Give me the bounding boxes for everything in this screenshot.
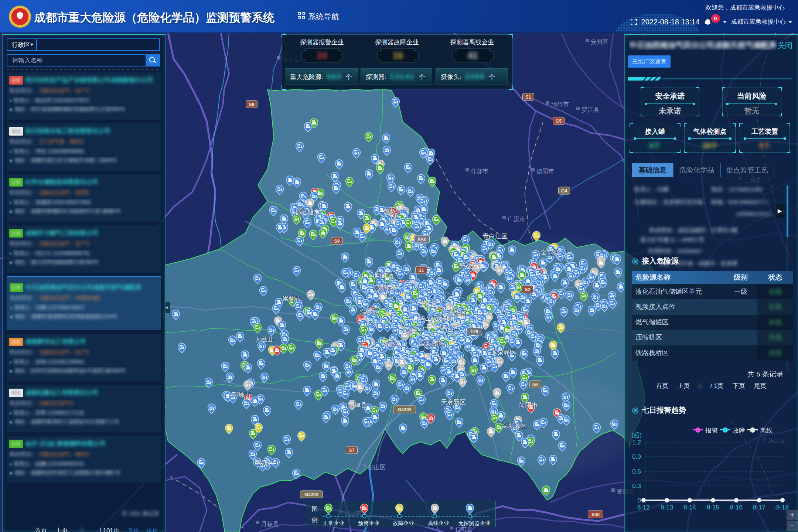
svg-text:成华区: 成华区 [448,309,467,316]
svg-text:金堂县: 金堂县 [540,249,559,256]
svg-text:报警: 报警 [705,427,718,434]
svg-text:彭山区: 彭山区 [368,464,386,470]
svg-text:高新西区: 高新西区 [374,284,399,291]
svg-text:天府新区: 天府新区 [441,399,466,406]
svg-text:锦江区: 锦江区 [439,324,458,331]
svg-text:双流区: 双流区 [382,341,401,348]
svg-text:G4203: G4203 [304,492,318,497]
svg-text:G4202: G4202 [398,407,412,412]
svg-text:S1: S1 [525,95,531,100]
svg-text:S9: S9 [334,239,340,244]
svg-text:S7: S7 [349,448,354,453]
svg-text:郫都区: 郫都区 [375,272,394,279]
svg-text:青白江区: 青白江区 [482,233,508,240]
svg-text:S2: S2 [525,287,530,292]
svg-text:1.2: 1.2 [632,439,641,446]
svg-text:金牛区: 金牛区 [419,301,438,308]
svg-text:(起): (起) [631,432,642,439]
svg-text:龙泉驿区: 龙泉驿区 [491,349,516,356]
svg-text:绵竹市: 绵竹市 [551,101,569,108]
svg-text:8-15: 8-15 [707,504,719,511]
svg-text:0.6: 0.6 [632,468,641,475]
svg-text:高新东区: 高新东区 [502,422,527,429]
svg-text:0: 0 [638,497,641,504]
svg-text:德阳市: 德阳市 [536,168,554,174]
svg-text:武侯区: 武侯区 [404,326,423,333]
svg-text:故障: 故障 [733,427,745,434]
svg-text:0.3: 0.3 [632,482,641,490]
svg-text:G5: G5 [556,119,562,124]
svg-text:彭州市: 彭州市 [383,208,402,215]
svg-text:G4: G4 [561,188,567,194]
svg-text:都江堰市: 都江堰市 [294,209,320,216]
svg-text:丹棱县: 丹棱县 [261,521,279,527]
svg-text:新都区: 新都区 [459,263,478,270]
svg-text:S9: S9 [249,102,254,107]
svg-text:8-12: 8-12 [637,504,650,511]
svg-text:XA0: XA0 [417,237,426,242]
svg-text:简阳市: 简阳市 [519,402,538,409]
svg-text:青羊区: 青羊区 [419,316,438,323]
svg-text:新津县: 新津县 [348,402,367,409]
svg-text:温江区: 温江区 [360,308,379,315]
svg-text:广汉市: 广汉市 [508,216,525,222]
svg-text:什邡市: 什邡市 [470,168,488,174]
svg-text:离线: 离线 [760,427,773,434]
svg-text:邛崃市: 邛崃市 [232,391,251,398]
svg-text:大邑县: 大邑县 [255,336,274,343]
svg-text:8-16: 8-16 [730,504,743,511]
svg-text:S40: S40 [591,512,600,517]
svg-text:罗江县: 罗江县 [582,107,599,113]
svg-text:8-17: 8-17 [753,504,765,511]
svg-text:8-14: 8-14 [683,504,696,511]
svg-text:高新南区: 高新南区 [420,340,445,347]
svg-text:蒲江县: 蒲江县 [255,459,274,466]
svg-text:安州区: 安州区 [591,39,608,45]
svg-text:G4: G4 [532,382,539,387]
svg-text:0.9: 0.9 [632,453,641,460]
svg-text:8-13: 8-13 [661,504,673,511]
svg-text:崇州市: 崇州市 [283,295,301,302]
svg-text:176: 176 [471,329,478,334]
svg-text:S1: S1 [418,268,424,273]
